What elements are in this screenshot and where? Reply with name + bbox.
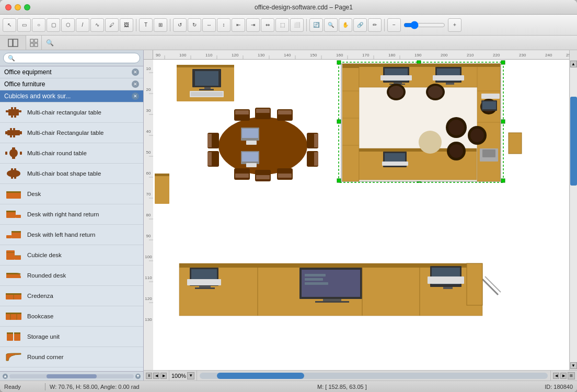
poly-tool[interactable]: ⬡ (61, 18, 75, 32)
list-item[interactable]: Cubicle desk (0, 245, 143, 266)
svg-rect-2 (30, 39, 33, 42)
svg-text:230: 230 (519, 53, 526, 57)
prev-page[interactable]: ◀ (153, 373, 159, 379)
multi-chair-rect-icon (4, 106, 23, 119)
page-nav: ⏸ ◀ ▶ (144, 371, 169, 381)
table-tool[interactable]: ⊞ (154, 18, 167, 32)
panel-icon (8, 39, 18, 47)
list-item[interactable]: Desk (0, 184, 143, 204)
svg-rect-17 (13, 128, 15, 130)
align-right[interactable]: ⇥ (246, 18, 260, 32)
ruler-row: 90 100 110 120 130 140 150 (144, 50, 577, 60)
panel-toggle[interactable] (0, 36, 26, 50)
category-office-equipment[interactable]: Office equipment ✕ (0, 66, 143, 78)
list-item[interactable]: Round corner (0, 347, 143, 367)
flip-v[interactable]: ↕ (217, 18, 230, 32)
vscroll[interactable]: ▲ ▼ (569, 60, 577, 370)
shape-preview (4, 309, 23, 324)
list-item[interactable]: Multi-chair boat shape table (0, 164, 143, 184)
zoom-in[interactable]: + (448, 18, 461, 32)
svg-rect-37 (11, 231, 21, 233)
rotate-ccw[interactable]: ↺ (173, 18, 187, 32)
svg-text:70: 70 (146, 192, 151, 197)
shape-preview (4, 187, 23, 201)
scroll-down[interactable]: ▼ (135, 374, 141, 379)
list-item[interactable]: Multi-chair round table (0, 143, 143, 164)
rotate-cw[interactable]: ↻ (188, 18, 201, 32)
ellipse-tool[interactable]: ○ (32, 18, 45, 32)
svg-text:50: 50 (146, 150, 151, 155)
svg-text:240: 240 (545, 53, 552, 57)
zoom-slider[interactable] (403, 21, 445, 29)
category-close-btn[interactable]: ✕ (132, 68, 139, 76)
search-panel-toggle[interactable]: 🔍 (42, 36, 57, 50)
svg-rect-224 (467, 263, 482, 305)
search-input[interactable] (3, 53, 140, 63)
list-item[interactable]: Multi-chair rectangular table (0, 102, 143, 123)
svg-text:180: 180 (388, 53, 396, 57)
image-tool[interactable]: 🖼 (120, 18, 133, 32)
ruler-horizontal: 90 100 110 120 130 140 150 (153, 50, 569, 60)
refresh[interactable]: 🔄 (309, 18, 323, 32)
svg-rect-122 (195, 71, 218, 86)
category-close-btn[interactable]: ✕ (132, 93, 139, 100)
list-item[interactable]: Work surface (0, 367, 143, 371)
list-item[interactable]: Credenza (0, 286, 143, 306)
svg-rect-12 (14, 116, 16, 118)
text-tool[interactable]: T (139, 18, 153, 32)
shape-preview (4, 146, 23, 160)
svg-text:150: 150 (310, 53, 317, 57)
select-tool[interactable]: ↖ (3, 18, 16, 32)
svg-text:250: 250 (566, 53, 569, 57)
canvas[interactable] (153, 60, 569, 370)
list-item[interactable]: Storage unit (0, 327, 143, 347)
category-close-btn[interactable]: ✕ (132, 80, 139, 88)
scroll-up[interactable]: ▲ (3, 374, 8, 379)
maximize-button[interactable] (24, 4, 30, 10)
category-office-furniture[interactable]: Office furniture ✕ (0, 78, 143, 90)
list-item[interactable]: Bookcase (0, 306, 143, 327)
distribute[interactable]: ⇔ (261, 18, 274, 32)
zoom-out[interactable]: − (387, 18, 401, 32)
close-button[interactable] (5, 4, 11, 10)
flip-h[interactable]: ↔ (202, 18, 216, 32)
app-window: office-design-software.cdd – Page1 ↖ ▭ ○… (0, 0, 577, 392)
scroll-left[interactable]: ◀ (553, 373, 559, 379)
align-left[interactable]: ⇤ (232, 18, 245, 32)
hscroll-thumb (217, 373, 304, 379)
ungroup[interactable]: ⬜ (290, 18, 304, 32)
scroll-right[interactable]: ▶ (560, 373, 567, 379)
zoom-in-tool[interactable]: 🔍 (324, 18, 338, 32)
search-bar (0, 50, 143, 66)
minimize-button[interactable] (15, 4, 21, 10)
svg-text:30: 30 (146, 108, 151, 113)
svg-rect-44 (6, 293, 21, 295)
svg-rect-218 (428, 276, 464, 284)
bookcase-icon (4, 309, 23, 323)
svg-rect-36 (6, 235, 11, 238)
rounded-rect-tool[interactable]: ▢ (47, 18, 60, 32)
list-item[interactable]: Desk with left hand return (0, 225, 143, 245)
shape-label: Bookcase (27, 313, 54, 319)
rect-tool[interactable]: ▭ (17, 18, 31, 32)
fit-view[interactable]: ⊞ (568, 372, 575, 379)
pause-btn[interactable]: ⏸ (146, 373, 152, 379)
multi-chair-round-icon (4, 146, 23, 160)
next-page[interactable]: ▶ (160, 373, 167, 379)
group[interactable]: ⬚ (275, 18, 289, 32)
connector-tool[interactable]: 🔗 (353, 18, 367, 32)
list-item[interactable]: Multi-chair Rectangular table (0, 123, 143, 143)
list-item[interactable]: Rounded desk (0, 266, 143, 286)
category-cubicles[interactable]: Cubicles and work sur... ✕ (0, 90, 143, 102)
scroll-down-btn[interactable]: ▼ (570, 362, 577, 369)
path-tool[interactable]: 🖊 (105, 18, 119, 32)
zoom-menu[interactable]: ▼ (187, 372, 194, 379)
grid-toggle[interactable] (26, 36, 42, 50)
pencil-tool[interactable]: ✏ (368, 18, 382, 32)
hscroll-track[interactable] (200, 373, 548, 379)
curve-tool[interactable]: ∿ (90, 18, 104, 32)
line-tool[interactable]: / (76, 18, 89, 32)
list-item[interactable]: Desk with right hand return (0, 204, 143, 225)
pan-tool[interactable]: ✋ (339, 18, 352, 32)
scroll-up-btn[interactable]: ▲ (570, 61, 577, 67)
